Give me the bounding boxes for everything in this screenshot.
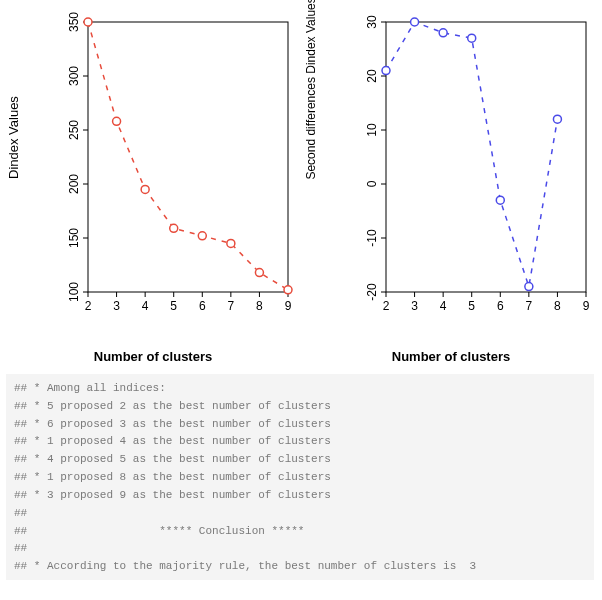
svg-point-64	[382, 67, 390, 75]
svg-text:10: 10	[365, 123, 379, 137]
svg-text:100: 100	[67, 282, 81, 302]
chart-right-cell: Second differences Dindex Values -20-100…	[302, 8, 600, 368]
svg-text:200: 200	[67, 174, 81, 194]
svg-text:30: 30	[365, 15, 379, 29]
svg-point-34	[255, 269, 263, 277]
svg-text:0: 0	[365, 180, 379, 187]
chart-right-plot: -20-100102030 23456789	[338, 12, 598, 332]
svg-text:4: 4	[440, 299, 447, 313]
chart-right-ylabel: Second differences Dindex Values	[304, 0, 318, 180]
svg-text:6: 6	[199, 299, 206, 313]
chart-left-xticks: 23456789	[85, 292, 292, 313]
svg-text:4: 4	[142, 299, 149, 313]
chart-left-data	[84, 18, 292, 294]
svg-text:2: 2	[383, 299, 390, 313]
charts-row: Dindex Values 100150200250300350 2345678…	[0, 0, 602, 368]
svg-text:3: 3	[411, 299, 418, 313]
svg-text:3: 3	[113, 299, 120, 313]
svg-point-29	[113, 117, 121, 125]
svg-text:8: 8	[256, 299, 263, 313]
svg-point-32	[198, 232, 206, 240]
svg-point-68	[496, 196, 504, 204]
svg-text:2: 2	[85, 299, 92, 313]
chart-left-cell: Dindex Values 100150200250300350 2345678…	[4, 8, 302, 368]
svg-text:7: 7	[526, 299, 533, 313]
svg-text:20: 20	[365, 69, 379, 83]
svg-text:150: 150	[67, 228, 81, 248]
svg-point-65	[411, 18, 419, 26]
chart-right-data	[382, 18, 561, 291]
svg-point-69	[525, 283, 533, 291]
chart-left-yticks: 100150200250300350	[67, 12, 88, 302]
svg-point-33	[227, 239, 235, 247]
page-root: Dindex Values 100150200250300350 2345678…	[0, 0, 602, 600]
svg-text:9: 9	[583, 299, 590, 313]
chart-left-ylabel: Dindex Values	[6, 96, 21, 179]
svg-text:7: 7	[228, 299, 235, 313]
svg-text:5: 5	[170, 299, 177, 313]
chart-right-xlabel: Number of clusters	[302, 349, 600, 364]
svg-point-70	[553, 115, 561, 123]
chart-right-yticks: -20-100102030	[365, 15, 386, 301]
svg-text:250: 250	[67, 120, 81, 140]
svg-point-67	[468, 34, 476, 42]
svg-text:6: 6	[497, 299, 504, 313]
svg-point-30	[141, 185, 149, 193]
chart-left-xlabel: Number of clusters	[4, 349, 302, 364]
svg-text:5: 5	[468, 299, 475, 313]
console-output: ## * Among all indices: ## * 5 proposed …	[6, 374, 594, 580]
chart-left-frame	[88, 22, 288, 292]
svg-text:-10: -10	[365, 229, 379, 247]
svg-point-28	[84, 18, 92, 26]
svg-text:350: 350	[67, 12, 81, 32]
svg-text:-20: -20	[365, 283, 379, 301]
svg-text:8: 8	[554, 299, 561, 313]
svg-point-66	[439, 29, 447, 37]
chart-left-plot: 100150200250300350 23456789	[40, 12, 300, 332]
svg-point-31	[170, 224, 178, 232]
chart-right-xticks: 23456789	[383, 292, 590, 313]
svg-text:300: 300	[67, 66, 81, 86]
svg-point-35	[284, 286, 292, 294]
svg-text:9: 9	[285, 299, 292, 313]
chart-right-frame	[386, 22, 586, 292]
